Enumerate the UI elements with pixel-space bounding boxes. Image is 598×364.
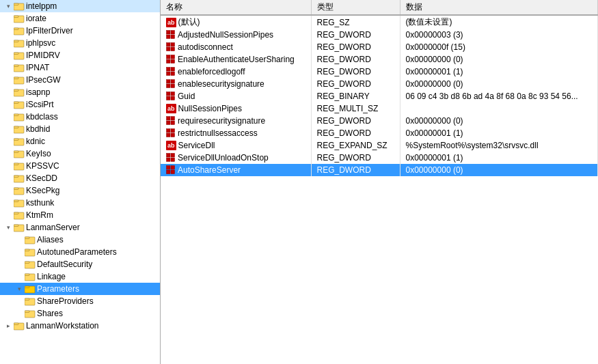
grid-icon <box>166 128 176 138</box>
folder-icon <box>14 1 25 11</box>
value-data-cell: 0x00000000 (0) <box>400 164 598 176</box>
grid-icon <box>166 42 176 52</box>
svg-rect-31 <box>14 188 18 190</box>
value-name-cell: abServiceDll <box>161 139 311 152</box>
tree-item-KSecPkg[interactable]: KSecPkg <box>0 184 160 197</box>
tree-item-iphlpsvc[interactable]: iphlpsvc <box>0 37 160 49</box>
tree-item-kdnic[interactable]: kdnic <box>0 135 160 148</box>
tree-item-DefaultSecurity[interactable]: DefaultSecurity <box>0 258 160 270</box>
table-row[interactable]: ServiceDllUnloadOnStop REG_DWORD 0x00000… <box>161 152 598 164</box>
tree-item-IpFilterDriver[interactable]: IpFilterDriver <box>0 25 160 37</box>
tree-item-IPsecGW[interactable]: IPsecGW <box>0 74 160 86</box>
value-name-cell: EnableAuthenticateUserSharing <box>161 53 311 66</box>
svg-rect-13 <box>14 77 18 79</box>
table-row[interactable]: abNullSessionPipes REG_MULTI_SZ <box>161 102 598 115</box>
table-row[interactable]: enablesecuritysignature REG_DWORD 0x0000… <box>161 78 598 90</box>
tree-item-AutotunedParameters[interactable]: AutotunedParameters <box>0 246 160 258</box>
tree-item-Parameters[interactable]: ▾ Parameters <box>0 283 160 295</box>
value-data-cell: 06 09 c4 3b d8 6b ad 4a 8f 68 0a 8c 93 5… <box>400 90 598 102</box>
svg-rect-9 <box>14 53 18 55</box>
svg-rect-59 <box>171 43 175 47</box>
value-type-cell: REG_DWORD <box>311 152 400 164</box>
tree-item-label: Parameters <box>37 284 79 294</box>
tree-item-Aliases[interactable]: Aliases <box>0 234 160 246</box>
values-table: 名称 类型 数据 ab(默认) REG_SZ (数值未设置) AdjustedN… <box>161 0 598 176</box>
svg-rect-79 <box>171 117 175 121</box>
tree-item-ksthunk[interactable]: ksthunk <box>0 197 160 209</box>
tree-item-iorate[interactable]: iorate <box>0 12 160 25</box>
folder-icon <box>14 186 25 195</box>
svg-rect-1 <box>14 3 18 5</box>
collapse-icon[interactable]: ▾ <box>3 1 14 12</box>
tree-item-isapnp[interactable]: isapnp <box>0 86 160 98</box>
svg-rect-33 <box>14 200 18 202</box>
svg-rect-80 <box>167 121 171 125</box>
table-row[interactable]: AdjustedNullSessionPipes REG_DWORD 0x000… <box>161 29 598 41</box>
value-type-cell: REG_EXPAND_SZ <box>311 139 400 152</box>
table-row[interactable]: abServiceDll REG_EXPAND_SZ %SystemRoot%\… <box>161 139 598 152</box>
svg-rect-43 <box>25 262 29 264</box>
svg-rect-75 <box>171 92 175 96</box>
tree-item-ShareProviders[interactable]: ShareProviders <box>0 295 160 307</box>
tree-item-iScsiPrt[interactable]: iScsiPrt <box>0 98 160 111</box>
value-data-cell <box>400 102 598 115</box>
tree-item-label: IPMIDRV <box>26 51 60 60</box>
grid-icon <box>166 79 176 89</box>
table-row[interactable]: enableforcedlogoff REG_DWORD 0x00000001 … <box>161 66 598 78</box>
svg-rect-69 <box>171 72 175 76</box>
tree-item-KPSSVC[interactable]: KPSSVC <box>0 160 160 172</box>
collapse-icon[interactable]: ▾ <box>14 283 25 294</box>
tree-item-label: IPNAT <box>26 63 49 72</box>
tree-item-kbdclass[interactable]: kbdclass <box>0 111 160 123</box>
tree-item-LanmanServer[interactable]: ▾ LanmanServer <box>0 221 160 234</box>
table-row[interactable]: requiresecuritysignature REG_DWORD 0x000… <box>161 115 598 127</box>
svg-rect-65 <box>171 59 175 64</box>
svg-rect-67 <box>171 68 175 72</box>
grid-icon <box>166 153 176 163</box>
svg-rect-57 <box>171 35 175 39</box>
value-name-cell: restrictnullsessaccess <box>161 127 311 139</box>
table-row[interactable]: restrictnullsessaccess REG_DWORD 0x00000… <box>161 127 598 139</box>
table-row[interactable]: AutoShareServer REG_DWORD 0x00000000 (0) <box>161 164 598 176</box>
tree-item-IPNAT[interactable]: IPNAT <box>0 61 160 74</box>
tree-item-KeyIso[interactable]: KeyIso <box>0 148 160 160</box>
expand-icon[interactable]: ▸ <box>3 320 14 331</box>
svg-rect-37 <box>14 225 18 227</box>
grid-icon <box>166 55 176 64</box>
svg-rect-62 <box>167 55 171 59</box>
tree-item-LanmanWorkstation[interactable]: ▸ LanmanWorkstation <box>0 320 160 332</box>
tree-item-label: ksthunk <box>26 198 54 208</box>
table-row[interactable]: EnableAuthenticateUserSharing REG_DWORD … <box>161 53 598 66</box>
tree-item-label: Shares <box>37 309 63 318</box>
svg-rect-84 <box>167 133 171 137</box>
svg-rect-71 <box>171 80 175 84</box>
tree-item-Linkage[interactable]: Linkage <box>0 270 160 283</box>
svg-rect-39 <box>25 237 29 239</box>
svg-rect-90 <box>167 166 171 170</box>
tree-item-KtmRm[interactable]: KtmRm <box>0 209 160 221</box>
svg-rect-7 <box>14 40 18 42</box>
tree-item-label: DefaultSecurity <box>37 260 92 269</box>
svg-rect-87 <box>171 154 175 158</box>
svg-rect-86 <box>167 154 171 158</box>
tree-item-kbdhid[interactable]: kbdhid <box>0 123 160 135</box>
tree-item-label: KtmRm <box>26 210 53 220</box>
value-data-cell: 0x00000003 (3) <box>400 29 598 41</box>
folder-icon <box>14 100 25 109</box>
tree-item-label: Aliases <box>37 235 64 244</box>
svg-rect-76 <box>167 96 171 100</box>
registry-tree: ▾ intelppm iorate IpFilterDriver iphlpsv… <box>0 0 161 364</box>
table-row[interactable]: autodisconnect REG_DWORD 0x0000000f (15) <box>161 41 598 53</box>
tree-item-intelppm[interactable]: ▾ intelppm <box>0 0 160 12</box>
value-type-cell: REG_DWORD <box>311 78 400 90</box>
svg-rect-58 <box>167 43 171 47</box>
table-row[interactable]: Guid REG_BINARY 06 09 c4 3b d8 6b ad 4a … <box>161 90 598 102</box>
col-header-name: 名称 <box>161 0 311 15</box>
tree-item-IPMIDRV[interactable]: IPMIDRV <box>0 49 160 61</box>
tree-item-Shares[interactable]: Shares <box>0 307 160 320</box>
folder-icon <box>14 210 25 220</box>
tree-item-KSecDD[interactable]: KSecDD <box>0 172 160 184</box>
svg-rect-21 <box>14 126 18 128</box>
collapse-icon[interactable]: ▾ <box>3 222 14 233</box>
table-row[interactable]: ab(默认) REG_SZ (数值未设置) <box>161 15 598 29</box>
